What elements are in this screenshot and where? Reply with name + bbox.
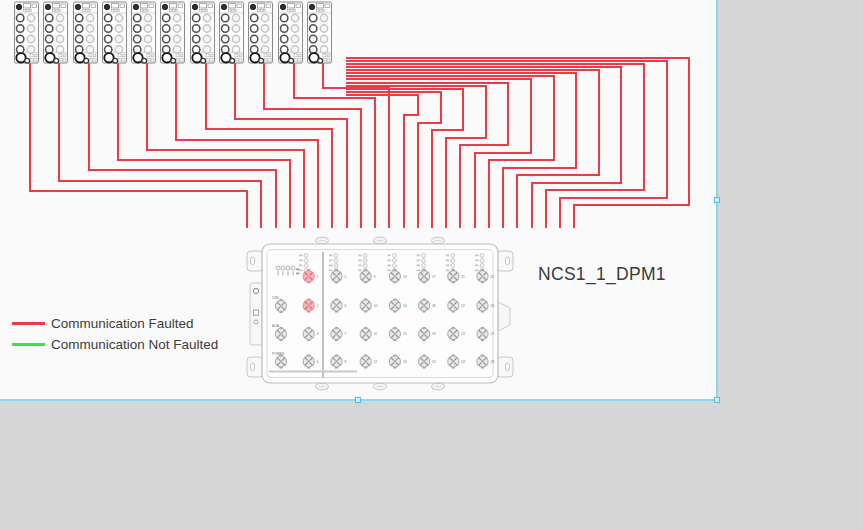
module-port <box>251 25 258 32</box>
legend-item: Communication Not Faulted <box>12 334 218 355</box>
module-port <box>232 14 239 21</box>
tiny-label: 5 <box>345 275 347 279</box>
module-port <box>86 25 93 32</box>
tiny-label: 1 <box>317 275 319 279</box>
comm-wire[interactable] <box>346 76 554 228</box>
tiny-label: 24 <box>461 360 465 364</box>
module-port <box>203 46 210 53</box>
io-module[interactable] <box>74 2 98 63</box>
module-port <box>203 35 210 42</box>
selection-handle[interactable] <box>714 397 720 403</box>
module-port <box>201 58 206 63</box>
tiny-label: 4 <box>317 360 319 364</box>
module-port <box>17 25 24 32</box>
module-port <box>163 14 170 21</box>
module-port <box>86 46 93 53</box>
module-port <box>203 14 210 21</box>
module-port <box>173 25 180 32</box>
legend: Communication FaultedCommunication Not F… <box>12 313 218 355</box>
side-bracket <box>250 283 262 345</box>
dpm-device[interactable]: X2NACAPOWER12345678910111213141516171819… <box>247 237 513 390</box>
module-port <box>291 46 298 53</box>
io-module[interactable] <box>132 2 156 63</box>
module-port <box>232 35 239 42</box>
io-module[interactable] <box>220 2 244 63</box>
selection-handle[interactable] <box>714 197 720 203</box>
comm-wire[interactable] <box>346 95 418 228</box>
module-port <box>17 35 24 42</box>
comm-wire[interactable] <box>346 92 441 228</box>
comm-wire[interactable] <box>346 83 508 228</box>
module-port <box>115 14 122 21</box>
module-port <box>261 25 268 32</box>
module-port <box>193 14 200 21</box>
io-module[interactable] <box>15 2 39 63</box>
io-module[interactable] <box>191 2 215 63</box>
module-port <box>46 14 53 21</box>
module-led <box>75 4 80 9</box>
module-led <box>45 4 50 9</box>
tiny-label: 13 <box>403 275 407 279</box>
module-port <box>261 46 268 53</box>
comm-wire[interactable] <box>89 63 276 228</box>
tiny-label: 9 <box>374 275 376 279</box>
tiny-label: 22 <box>461 304 465 308</box>
module-port <box>105 35 112 42</box>
module-port <box>310 35 317 42</box>
io-module[interactable] <box>161 2 185 63</box>
io-module[interactable] <box>308 2 332 63</box>
module-port <box>251 14 258 21</box>
module-port <box>173 46 180 53</box>
tiny-label: 3 <box>317 332 319 336</box>
module-port <box>86 14 93 21</box>
comm-wire[interactable] <box>206 63 332 228</box>
module-port <box>173 14 180 21</box>
io-module[interactable] <box>44 2 68 63</box>
tiny-label: ACA <box>272 324 279 328</box>
tiny-label: 17 <box>432 275 436 279</box>
tiny-label: 21 <box>461 275 465 279</box>
module-port <box>232 46 239 53</box>
module-led <box>104 4 109 9</box>
comm-wire[interactable] <box>147 63 304 228</box>
comm-wire[interactable] <box>30 63 247 228</box>
module-port <box>261 14 268 21</box>
module-port <box>25 58 30 63</box>
module-port <box>291 25 298 32</box>
module-port <box>144 46 151 53</box>
module-port <box>134 25 141 32</box>
module-led <box>280 4 285 9</box>
module-port <box>320 35 327 42</box>
tiny-label: 18 <box>432 304 436 308</box>
module-port <box>281 35 288 42</box>
tiny-label: 27 <box>491 332 495 336</box>
comm-wire[interactable] <box>346 67 621 228</box>
module-port <box>261 35 268 42</box>
comm-wire[interactable] <box>346 86 486 228</box>
module-led <box>309 4 314 9</box>
io-module[interactable] <box>279 2 303 63</box>
comm-wire[interactable] <box>346 73 576 228</box>
selection-handle[interactable] <box>355 397 361 403</box>
module-port <box>193 25 200 32</box>
tiny-label: 6 <box>345 304 347 308</box>
module-port <box>46 25 53 32</box>
module-port <box>105 14 112 21</box>
module-port <box>134 35 141 42</box>
comm-wire[interactable] <box>323 63 389 228</box>
module-port <box>56 46 63 53</box>
module-port <box>17 46 24 53</box>
module-led <box>221 4 226 9</box>
io-module[interactable] <box>249 2 273 63</box>
comm-wire[interactable] <box>346 70 599 228</box>
io-module[interactable] <box>103 2 127 63</box>
module-port <box>46 46 53 53</box>
module-port <box>76 35 83 42</box>
module-port <box>320 46 327 53</box>
tiny-label: 11 <box>374 332 378 336</box>
module-port <box>222 14 229 21</box>
module-port <box>105 25 112 32</box>
module-port <box>230 58 235 63</box>
module-port <box>144 35 151 42</box>
module-port <box>134 14 141 21</box>
